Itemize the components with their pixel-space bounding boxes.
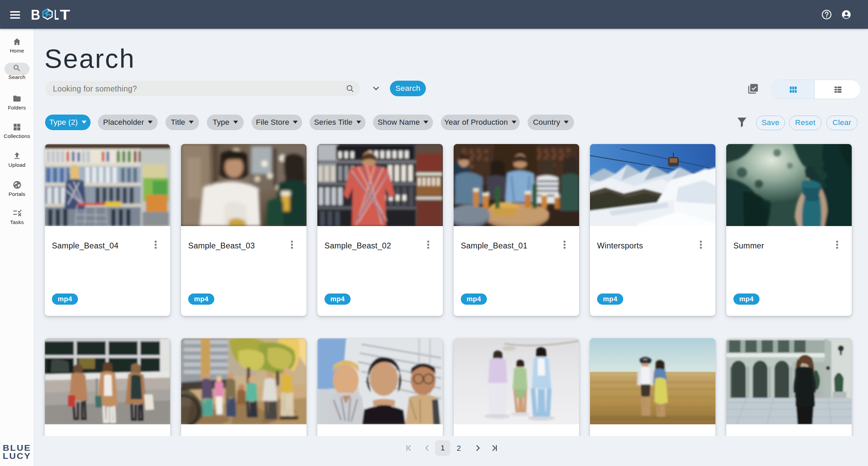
svg-text:L: L [54, 7, 59, 23]
svg-text:BLUE: BLUE [3, 445, 31, 452]
svg-text:LUCY: LUCY [3, 452, 31, 460]
svg-text:T: T [60, 7, 70, 23]
svg-text:B: B [31, 7, 40, 23]
